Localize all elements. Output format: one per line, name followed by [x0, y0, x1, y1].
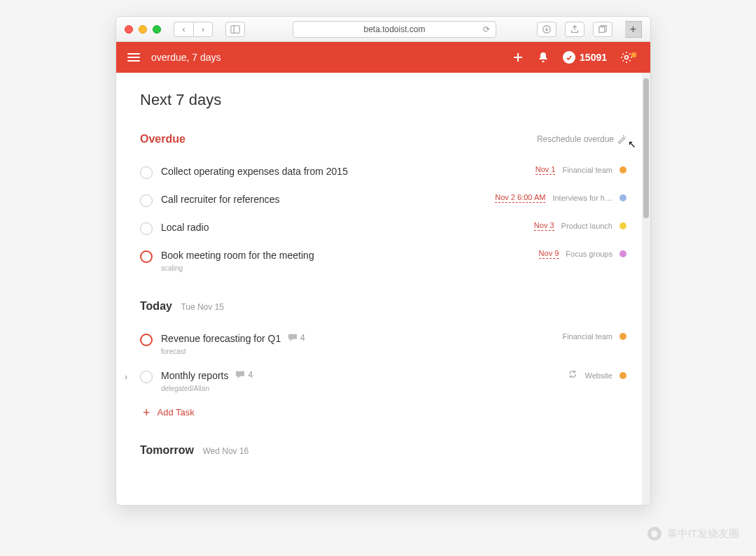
section-sub-today: Tue Nov 15 [181, 302, 224, 312]
task-subtext: delegated/Allan [161, 385, 559, 392]
task-row[interactable]: Local radio Nov 3 Product launch [140, 214, 626, 242]
task-row[interactable]: › Monthly reports 4 delegated/Allan [140, 362, 626, 399]
window-controls [125, 25, 161, 34]
task-checkbox[interactable] [140, 166, 153, 179]
maximize-window-button[interactable] [153, 25, 161, 34]
section-title-overdue: Overdue [140, 133, 186, 145]
tabs-button[interactable] [593, 22, 612, 37]
task-title: Revenue forecasting for Q1 4 [161, 332, 554, 346]
task-checkbox[interactable] [140, 250, 153, 263]
section-tomorrow-header: Tomorrow Wed Nov 16 [140, 444, 626, 457]
reload-button[interactable]: ⟳ [483, 24, 490, 34]
section-title-tomorrow: Tomorrow [140, 444, 194, 456]
comments-indicator[interactable]: 4 [288, 332, 305, 344]
address-bar[interactable]: beta.todoist.com ⟳ [293, 21, 496, 38]
scrollbar-track[interactable] [642, 73, 650, 505]
task-date[interactable]: Nov 9 [539, 249, 559, 259]
task-row[interactable]: Collect operating expenses data from 201… [140, 158, 626, 186]
downloads-button[interactable] [537, 22, 556, 37]
browser-window: ‹ › beta.todoist.com ⟳ + [115, 16, 651, 506]
task-row[interactable]: Call recruiter for references Nov 2 6:00… [140, 186, 626, 214]
project-color-dot [620, 166, 626, 173]
watermark: 掌中IT发烧友圈 [648, 527, 739, 541]
project-color-dot [620, 372, 626, 379]
app-container: overdue, 7 days 15091 Ne [116, 42, 650, 505]
wand-icon [617, 134, 626, 144]
comment-icon [235, 371, 245, 379]
scrollbar-thumb[interactable] [643, 78, 649, 218]
forward-button[interactable]: › [193, 22, 213, 37]
task-checkbox[interactable] [140, 222, 153, 235]
recurring-icon [568, 369, 578, 382]
sidebar-toggle-button[interactable] [225, 22, 245, 37]
expand-subtasks-button[interactable]: › [125, 369, 134, 382]
nav-buttons: ‹ › [174, 22, 213, 37]
task-checkbox[interactable] [140, 194, 153, 207]
project-color-dot [620, 222, 626, 229]
task-project[interactable]: Financial team [562, 166, 612, 174]
karma-points: 15091 [580, 52, 607, 63]
task-date[interactable]: Nov 2 6:00 AM [495, 193, 545, 203]
task-date[interactable]: Nov 3 [534, 221, 554, 231]
quick-add-button[interactable] [505, 51, 531, 64]
task-title: Collect operating expenses data from 201… [161, 165, 527, 179]
task-project[interactable]: Interviews for h… [552, 194, 612, 202]
back-button[interactable]: ‹ [174, 22, 193, 37]
task-project[interactable]: Financial team [562, 332, 612, 341]
section-overdue-header: Overdue Reschedule overdue ↖ [140, 133, 626, 145]
content-area: Next 7 days Overdue Reschedule overdue ↖… [116, 73, 650, 505]
reschedule-overdue-link[interactable]: Reschedule overdue [537, 134, 626, 144]
task-title: Book meeting room for the meeting [161, 249, 531, 263]
task-title: Local radio [161, 221, 526, 235]
comments-indicator[interactable]: 4 [235, 369, 253, 381]
task-row[interactable]: Book meeting room for the meeting scalin… [140, 242, 626, 279]
task-subtext: scaling [161, 264, 531, 272]
svg-rect-0 [231, 25, 239, 33]
project-color-dot [620, 333, 626, 340]
add-task-button[interactable]: + Add Task [140, 399, 626, 426]
project-color-dot [620, 250, 626, 257]
app-body: Next 7 days Overdue Reschedule overdue ↖… [116, 73, 650, 505]
cursor-icon: ↖ [628, 138, 636, 150]
comment-icon [288, 334, 298, 342]
task-checkbox[interactable] [140, 334, 153, 346]
share-button[interactable] [565, 22, 584, 37]
svg-rect-3 [599, 27, 605, 32]
section-title-today: Today [140, 300, 172, 312]
breadcrumb: overdue, 7 days [151, 52, 221, 63]
watermark-icon [648, 527, 662, 541]
notifications-button[interactable] [531, 51, 556, 64]
menu-button[interactable] [127, 53, 140, 62]
task-row[interactable]: Revenue forecasting for Q1 4 forecast Fi… [140, 325, 626, 362]
task-title: Monthly reports 4 [161, 369, 559, 383]
app-header: overdue, 7 days 15091 [116, 42, 650, 73]
settings-button[interactable] [614, 51, 639, 64]
task-project[interactable]: Focus groups [566, 250, 612, 258]
url-text: beta.todoist.com [363, 24, 425, 34]
karma-score[interactable]: 15091 [563, 51, 607, 64]
browser-right-controls: + [537, 21, 642, 38]
page-title: Next 7 days [140, 91, 626, 109]
karma-icon [563, 51, 575, 64]
plus-icon: + [143, 406, 150, 419]
task-subtext: forecast [161, 348, 554, 355]
task-date[interactable]: Nov 1 [536, 165, 556, 175]
task-title: Call recruiter for references [161, 193, 486, 207]
minimize-window-button[interactable] [139, 25, 147, 34]
section-today-header: Today Tue Nov 15 [140, 300, 626, 313]
task-project[interactable]: Website [584, 371, 612, 380]
new-tab-button[interactable]: + [625, 21, 642, 38]
close-window-button[interactable] [125, 25, 133, 34]
browser-titlebar: ‹ › beta.todoist.com ⟳ + [116, 17, 650, 42]
task-project[interactable]: Product launch [561, 222, 612, 230]
task-checkbox[interactable] [140, 371, 153, 383]
section-sub-tomorrow: Wed Nov 16 [202, 446, 248, 456]
svg-point-4 [625, 56, 629, 59]
project-color-dot [620, 194, 626, 201]
